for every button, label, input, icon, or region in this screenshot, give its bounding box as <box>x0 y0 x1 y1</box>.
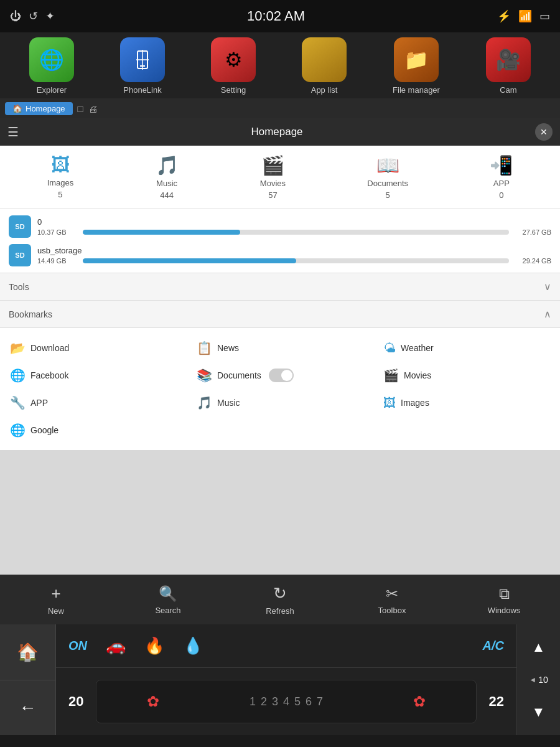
volume-up-button[interactable]: ▲ <box>532 639 546 655</box>
car-wiper-icon: 💧 <box>183 636 203 655</box>
storage-total-0: 27.67 GB <box>514 228 551 236</box>
app-phonelink[interactable]: PhoneLink <box>120 37 165 95</box>
bookmark-documents[interactable]: 📚 Documents <box>187 362 373 389</box>
bookmark-images[interactable]: 🖼 Images <box>373 389 560 416</box>
bookmark-music[interactable]: 🎵 Music <box>187 389 373 416</box>
toolbox-button[interactable]: ✂ Toolbox <box>336 585 448 615</box>
screen-icon: ▭ <box>539 9 550 23</box>
volume-number: 10 <box>538 675 548 685</box>
brightness-icon[interactable]: ✦ <box>45 9 55 23</box>
volume-down-button[interactable]: ▼ <box>532 704 546 720</box>
bookmark-app[interactable]: 🔧 APP <box>0 389 187 416</box>
facebook-label: Facebook <box>30 370 68 380</box>
fan-num-7: 7 <box>317 695 323 708</box>
storage-name-0: 0 <box>37 217 551 227</box>
storage-item-0[interactable]: SD 0 10.37 GB 27.67 GB <box>9 215 551 238</box>
page-title: Homepage <box>26 126 528 138</box>
app-applist[interactable]: App list <box>302 37 347 95</box>
search-icon: 🔍 <box>159 585 177 603</box>
bookmark-weather[interactable]: 🌤 Weather <box>373 334 560 362</box>
storage-bar-1 <box>83 258 509 263</box>
fan-num-3: 3 <box>272 695 278 708</box>
documents-toggle[interactable] <box>269 369 294 382</box>
bookmark-news[interactable]: 📋 News <box>187 334 373 362</box>
windows-button[interactable]: ⧉ Windows <box>448 585 560 615</box>
bottom-toolbar: + New 🔍 Search ↻ Refresh ✂ Toolbox ⧉ Win… <box>0 575 560 624</box>
cam-label: Cam <box>500 85 516 95</box>
bookmark-facebook[interactable]: 🌐 Facebook <box>0 362 187 389</box>
status-left-icons: ⏻ ↺ ✦ <box>10 9 55 23</box>
storage-info-1: usb_storage 14.49 GB 29.24 GB <box>37 246 551 265</box>
storage-bar-container-1: 14.49 GB 29.24 GB <box>37 257 551 265</box>
storage-item-1[interactable]: SD usb_storage 14.49 GB 29.24 GB <box>9 244 551 266</box>
windows-icon: ⧉ <box>499 585 510 603</box>
filemanager-icon: 📁 <box>394 37 439 82</box>
bookmark-movies[interactable]: 🎬 Movies <box>373 362 560 389</box>
storage-info-0: 0 10.37 GB 27.67 GB <box>37 217 551 236</box>
settings-icon: ⚙ <box>211 37 256 82</box>
active-tab[interactable]: 🏠 Homepage <box>5 102 73 115</box>
media-movies[interactable]: 🎬 Movies 57 <box>260 154 286 200</box>
bookmark-download[interactable]: 📂 Download <box>0 334 187 362</box>
documents-bm-icon: 📚 <box>197 368 212 383</box>
tools-arrow-icon: ∨ <box>544 281 551 293</box>
new-button[interactable]: + New <box>0 584 112 616</box>
app-explorer[interactable]: 🌐 Explorer <box>29 37 74 95</box>
active-tab-label: Homepage <box>26 104 65 113</box>
images-label: Images <box>47 178 74 187</box>
music-bm-icon: 🎵 <box>197 395 212 410</box>
menu-icon[interactable]: ☰ <box>7 125 19 139</box>
print-icon[interactable]: 🖨 <box>88 103 98 114</box>
home-button[interactable]: 🏠 <box>0 624 55 680</box>
app-setting[interactable]: ⚙ Setting <box>211 37 256 95</box>
bookmark-google[interactable]: 🌐 Google <box>0 416 187 444</box>
power-icon[interactable]: ⏻ <box>10 10 21 23</box>
fan-left-icon: ✿ <box>147 693 159 710</box>
storage-used-0: 10.37 GB <box>37 228 78 236</box>
storage-bar-0 <box>83 230 509 235</box>
volume-arrow-icon: ◄ <box>529 675 536 684</box>
download-icon: 📂 <box>10 341 26 355</box>
images-icon: 🖼 <box>51 154 70 176</box>
usb-icon: ⚡ <box>497 9 511 23</box>
media-app[interactable]: 📲 APP 0 <box>490 154 513 200</box>
refresh-button[interactable]: ↻ Refresh <box>224 584 336 616</box>
undo-icon[interactable]: ↺ <box>29 9 38 23</box>
app-count: 0 <box>499 190 503 200</box>
storage-used-1: 14.49 GB <box>37 257 78 265</box>
app-cam[interactable]: 🎥 Cam <box>486 37 531 95</box>
car-seat-icon: 🚗 <box>106 636 126 655</box>
media-documents[interactable]: 📖 Documents 5 <box>367 154 408 200</box>
close-button[interactable]: ✕ <box>535 123 553 141</box>
media-music[interactable]: 🎵 Music 444 <box>156 154 179 200</box>
browser-header: ☰ Homepage ✕ <box>0 118 560 146</box>
fan-numbers: 1 2 3 4 5 6 7 <box>250 695 323 708</box>
documents-icon: 📖 <box>376 154 399 176</box>
tools-section[interactable]: Tools ∨ <box>0 273 560 301</box>
tools-label: Tools <box>9 282 29 292</box>
refresh-icon: ↻ <box>273 584 287 603</box>
new-label: New <box>48 606 64 616</box>
images-bm-icon: 🖼 <box>383 396 396 410</box>
documents-label: Documents <box>367 179 408 188</box>
bookmarks-arrow-icon: ∧ <box>544 308 551 320</box>
explorer-icon: 🌐 <box>29 37 74 82</box>
movies-bm-label: Movies <box>404 370 431 380</box>
fan-num-1: 1 <box>250 695 256 708</box>
movies-label: Movies <box>260 179 286 188</box>
car-bottom-row: 20 ✿ 1 2 3 4 5 6 7 ✿ 22 <box>56 668 516 735</box>
new-icon: + <box>51 584 60 603</box>
media-images[interactable]: 🖼 Images 5 <box>47 154 74 200</box>
documents-bm-label: Documents <box>217 370 261 380</box>
bookmarks-header[interactable]: Bookmarks ∧ <box>0 301 560 328</box>
new-tab-icon[interactable]: □ <box>78 103 83 114</box>
back-button[interactable]: ← <box>0 680 55 736</box>
tab-bar: 🏠 Homepage □ 🖨 <box>0 98 560 118</box>
app-filemanager[interactable]: 📁 File manager <box>393 37 440 95</box>
search-button[interactable]: 🔍 Search <box>112 585 224 615</box>
bookmarks-grid: 📂 Download 📋 News 🌤 Weather 🌐 Facebook <box>0 328 560 450</box>
google-label: Google <box>30 425 58 435</box>
car-top-row: ON 🚗 🔥 💧 A/C <box>56 624 516 668</box>
car-heat-icon: 🔥 <box>144 636 164 655</box>
toolbox-label: Toolbox <box>378 606 406 615</box>
